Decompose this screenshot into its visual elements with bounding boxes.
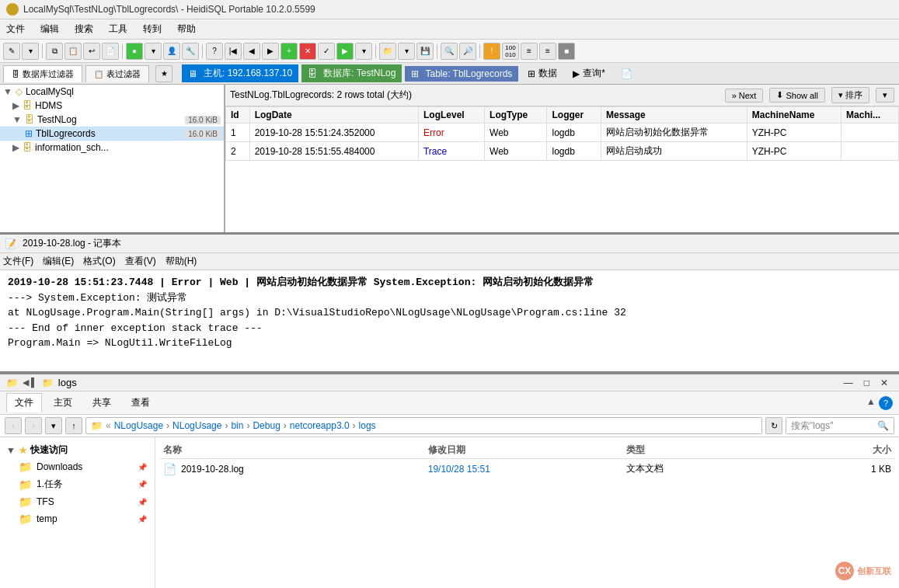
tb-binary[interactable]: 100010 [502,43,519,60]
tb-search2[interactable]: 🔎 [459,43,476,60]
tb-next[interactable]: ▶ [262,43,279,60]
menu-edit-np[interactable]: 编辑(E) [43,255,74,268]
nav-forward-btn[interactable]: › [25,417,42,434]
ribbon-help-icon[interactable]: ? [879,396,893,410]
tb-folder2[interactable]: ▾ [398,43,415,60]
notepad-content[interactable]: 2019-10-28 15:51:23.7448 | Error | Web |… [0,270,899,371]
tb-back[interactable]: |◀ [225,43,242,60]
tab-db-filter[interactable]: 🗄 数据库过滤器 [3,65,82,82]
ribbon-tab-view[interactable]: 查看 [123,393,159,412]
tb-useredit[interactable]: 🔧 [182,43,199,60]
query-tab[interactable]: ▶ 查询* [566,64,612,82]
table-row[interactable]: 1 2019-10-28 15:51:24.352000 Error Web l… [226,124,899,142]
menu-file[interactable]: 文件 [3,21,28,37]
table-header-row: Id LogDate LogLevel LogType Logger Messa… [226,107,899,124]
heidi-tab-bar: 🗄 数据库过滤器 📋 表过滤器 ★ 🖥 主机: 192.168.137.10 🗄… [0,63,899,85]
tb-undo[interactable]: ↩ [83,43,100,60]
db-icon-info: 🗄 [23,142,32,153]
menu-help[interactable]: 帮助 [174,21,199,37]
explorer-title-bar: 📁 ◀ ▌ 📁 logs — □ ✕ [0,374,899,391]
menu-edit[interactable]: 编辑 [37,21,62,37]
showall-label: Show all [786,91,818,100]
tb-alert[interactable]: ! [483,43,500,60]
address-debug: Debug [253,420,280,431]
sidebar-item-tasks[interactable]: 📁 1.任务 📌 [3,475,152,493]
table-label: Table: TblLogrecords [425,68,512,79]
chevron-down-icon: ▼ [3,86,12,97]
sidebar-item-temp[interactable]: 📁 temp 📌 [3,510,152,527]
menu-format-np[interactable]: 格式(O) [83,255,115,268]
menu-view-np[interactable]: 查看(V) [125,255,156,268]
tb-help[interactable]: ? [206,43,223,60]
server-icon: ◇ [16,86,23,97]
ribbon-tab-file[interactable]: 文件 [6,393,42,412]
tb-search1[interactable]: 🔍 [441,43,458,60]
nav-refresh-btn[interactable]: ↻ [765,417,782,434]
quick-access-header[interactable]: ▼ ★ 快速访问 [3,442,152,458]
tb-arrow[interactable]: ▾ [22,43,39,60]
search-bar[interactable]: 搜索"logs" 🔍 [786,417,894,434]
tree-item-hdms[interactable]: ▶ 🗄 HDMS [0,99,224,113]
title-text: LocalMySql\TestNLog\TblLogrecords\ - Hei… [23,4,315,15]
ribbon-tab-home[interactable]: 主页 [45,393,81,412]
tab-star-btn[interactable]: ★ [155,65,172,82]
data-label: 数据 [538,67,557,80]
tab-table-filter[interactable]: 📋 表过滤器 [85,65,149,82]
temp-folder-icon: 📁 [19,513,32,525]
menu-help-np[interactable]: 帮助(H) [166,255,197,268]
tb-save[interactable]: 💾 [416,43,434,60]
file-size: 1 KB [759,464,891,475]
menu-file-np[interactable]: 文件(F) [3,255,33,268]
cell-msg-2: 网站启动成功 [601,142,747,161]
tb-run-arrow[interactable]: ▾ [355,43,372,60]
tb-redo[interactable]: 📄 [102,43,119,60]
address-bar[interactable]: 📁 « NLogUsage › NLogUsage › bin › Debug … [85,417,762,434]
tb-lines2[interactable]: ≡ [539,43,556,60]
tb-folder[interactable]: 📁 [379,43,396,60]
tb-add[interactable]: + [281,43,298,60]
tree-item-testnlog[interactable]: ▼ 🗄 TestNLog 16.0 KiB [0,113,224,127]
sidebar-item-downloads[interactable]: 📁 Downloads 📌 [3,458,152,475]
tb-user[interactable]: 👤 [163,43,180,60]
tb-new[interactable]: ✎ [3,43,20,60]
menu-goto[interactable]: 转到 [140,21,165,37]
menu-search[interactable]: 搜索 [71,21,96,37]
tb-lines[interactable]: ≡ [521,43,538,60]
table-icon: ⊞ [411,68,419,79]
tb-check[interactable]: ✓ [318,43,335,60]
sort-btn[interactable]: ▾ 排序 [831,87,869,103]
table-row[interactable]: 2 2019-10-28 15:51:55.484000 Trace Web l… [226,142,899,161]
nav-up-btn[interactable]: ↑ [65,417,82,434]
nav-back-btn[interactable]: ‹ [5,417,22,434]
maximize-btn[interactable]: □ [859,378,874,388]
tb-close[interactable]: ✕ [299,43,316,60]
list-item[interactable]: 📄 2019-10-28.log 19/10/28 15:51 文本文档 1 K… [160,459,894,478]
tb-connect-arrow[interactable]: ▾ [145,43,162,60]
tab-table-filter-label: 表过滤器 [106,68,141,80]
sort-extra-btn[interactable]: ▾ [876,88,894,103]
tb-run[interactable]: ▶ [336,43,354,60]
tb-stop[interactable]: ■ [558,43,575,60]
file-list-header: 名称 修改日期 类型 大小 [160,442,894,459]
sidebar-item-tfs[interactable]: 📁 TFS 📌 [3,493,152,510]
tb-connect[interactable]: ● [126,43,143,60]
downloads-pin-icon: 📌 [138,463,147,471]
tb-paste[interactable]: 📋 [64,43,82,60]
nav-dropdown-btn[interactable]: ▾ [45,417,62,434]
minimize-btn[interactable]: — [839,378,858,388]
menu-tools[interactable]: 工具 [106,21,131,37]
showall-btn[interactable]: ⬇ Show all [769,88,825,103]
data-tab[interactable]: ⊞ 数据 [521,64,563,82]
ribbon-tab-share[interactable]: 共享 [84,393,120,412]
tb-sep4 [375,44,376,58]
tree-item-information[interactable]: ▶ 🗄 information_sch... [0,141,224,155]
tb-prev[interactable]: ◀ [243,43,260,60]
query-label: 查询* [583,67,605,80]
extra-tab[interactable]: 📄 [615,66,639,82]
close-btn[interactable]: ✕ [876,378,893,388]
tree-item-tbllogrecords[interactable]: ⊞ TblLogrecords 16.0 KiB [0,127,224,141]
tasks-folder-icon: 📁 [19,478,32,491]
next-btn[interactable]: » Next [725,89,764,103]
tb-copy[interactable]: ⧉ [46,43,63,60]
tree-item-localmysql[interactable]: ▼ ◇ LocalMySql [0,85,224,99]
